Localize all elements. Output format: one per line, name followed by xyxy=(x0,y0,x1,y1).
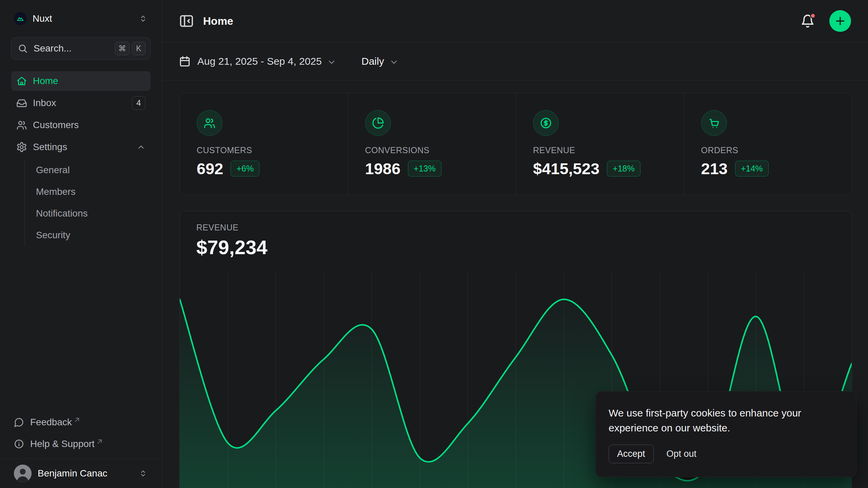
page-title: Home xyxy=(203,15,800,27)
sidebar-subitem-notifications[interactable]: Notifications xyxy=(25,203,151,224)
granularity-value: Daily xyxy=(361,56,384,67)
optout-cookies-button[interactable]: Opt out xyxy=(667,449,697,459)
sidebar-item-label: Home xyxy=(33,76,145,86)
sidebar: Nuxt ⌘ K Home Inbox 4 Customers xyxy=(0,0,162,488)
info-circle-icon xyxy=(14,439,24,449)
search-input[interactable] xyxy=(34,43,113,54)
sidebar-subitem-security[interactable]: Security xyxy=(25,224,151,246)
search-input-wrap[interactable]: ⌘ K xyxy=(11,37,151,60)
settings-sub-list: General Members Notifications Security xyxy=(24,159,151,246)
stat-value: 692 xyxy=(197,159,223,178)
external-link-arrow-icon xyxy=(97,439,103,445)
users-icon xyxy=(16,120,27,130)
feedback-link[interactable]: Feedback xyxy=(11,412,151,432)
feedback-label: Feedback xyxy=(30,417,72,428)
stat-delta-badge: +14% xyxy=(735,161,769,177)
stats-panel: CUSTOMERS 692 +6% CONVERSIONS 1986 +13% xyxy=(179,93,852,195)
stat-value: 213 xyxy=(701,159,728,178)
avatar xyxy=(14,465,32,482)
stat-card-customers[interactable]: CUSTOMERS 692 +6% xyxy=(180,93,348,195)
cart-icon xyxy=(701,110,727,136)
cookie-message: We use first-party cookies to enhance yo… xyxy=(609,406,841,435)
help-support-link[interactable]: Help & Support xyxy=(11,434,151,454)
stat-delta-badge: +6% xyxy=(231,161,259,177)
page-header: Home xyxy=(162,0,868,42)
sidebar-item-label: Settings xyxy=(33,142,137,152)
brand-name: Nuxt xyxy=(33,13,138,24)
user-name: Benjamin Canac xyxy=(38,468,138,479)
stat-value: 1986 xyxy=(365,159,401,178)
cookie-banner: We use first-party cookies to enhance yo… xyxy=(595,391,856,477)
date-range-picker[interactable]: Aug 21, 2025 - Sep 4, 2025 xyxy=(179,55,336,67)
stat-label: CONVERSIONS xyxy=(365,145,516,155)
filters-toolbar: Aug 21, 2025 - Sep 4, 2025 Daily xyxy=(162,42,868,81)
cmd-key-badge: ⌘ xyxy=(115,42,130,55)
external-link-arrow-icon xyxy=(74,417,80,423)
chevron-down-icon xyxy=(327,57,336,67)
accept-cookies-button[interactable]: Accept xyxy=(609,445,654,463)
stat-label: ORDERS xyxy=(701,145,852,155)
stat-delta-badge: +13% xyxy=(408,161,441,177)
revenue-chart-value: $79,234 xyxy=(196,236,835,259)
sidebar-subitem-general[interactable]: General xyxy=(25,159,151,181)
search-icon xyxy=(18,43,28,54)
stat-card-orders[interactable]: ORDERS 213 +14% xyxy=(684,93,852,195)
stat-card-revenue[interactable]: REVENUE $415,523 +18% xyxy=(516,93,684,195)
inbox-icon xyxy=(16,98,27,108)
chevron-down-icon xyxy=(389,57,399,67)
sidebar-footer: Feedback Help & Support Benjamin Canac xyxy=(11,412,151,488)
notification-dot xyxy=(810,13,816,19)
sidebar-item-label: Customers xyxy=(33,120,145,130)
chevrons-up-down-icon xyxy=(138,469,148,478)
k-key-badge: K xyxy=(132,42,145,55)
workspace-switcher[interactable]: Nuxt xyxy=(11,7,151,30)
sidebar-item-label: Inbox xyxy=(33,98,132,108)
gear-icon xyxy=(16,142,27,152)
chat-bubble-icon xyxy=(14,417,24,427)
sidebar-nav: Home Inbox 4 Customers Settings Gen xyxy=(11,71,151,246)
help-support-label: Help & Support xyxy=(30,439,95,449)
stat-delta-badge: +18% xyxy=(607,161,640,177)
sidebar-subitem-members[interactable]: Members xyxy=(25,181,151,203)
sidebar-item-customers[interactable]: Customers xyxy=(11,115,151,135)
add-button[interactable] xyxy=(829,10,851,32)
inbox-count-badge: 4 xyxy=(132,96,145,110)
circle-dollar-icon xyxy=(533,110,559,136)
main-area: Home Aug 21, 2025 - Sep 4, 2025 Daily xyxy=(162,0,868,488)
stat-label: CUSTOMERS xyxy=(197,145,348,155)
plus-icon xyxy=(834,15,846,27)
date-range-value: Aug 21, 2025 - Sep 4, 2025 xyxy=(197,56,322,67)
nuxt-logo-icon xyxy=(14,12,27,25)
sidebar-item-home[interactable]: Home xyxy=(11,71,151,91)
sidebar-item-inbox[interactable]: Inbox 4 xyxy=(11,93,151,113)
stat-card-conversions[interactable]: CONVERSIONS 1986 +13% xyxy=(348,93,516,195)
pie-chart-icon xyxy=(365,110,391,136)
calendar-icon xyxy=(179,55,191,67)
user-menu[interactable]: Benjamin Canac xyxy=(11,459,151,488)
chevron-up-icon xyxy=(137,143,145,151)
sidebar-item-settings[interactable]: Settings xyxy=(11,137,151,157)
users-icon xyxy=(197,110,222,136)
home-icon xyxy=(16,76,27,86)
revenue-chart-label: REVENUE xyxy=(196,223,835,232)
stat-label: REVENUE xyxy=(533,145,684,155)
dashboard-content: CUSTOMERS 692 +6% CONVERSIONS 1986 +13% xyxy=(162,81,868,488)
notifications-button[interactable] xyxy=(800,14,815,28)
chevrons-up-down-icon xyxy=(138,14,148,23)
collapse-sidebar-icon[interactable] xyxy=(179,13,194,29)
stat-value: $415,523 xyxy=(533,159,599,178)
granularity-select[interactable]: Daily xyxy=(361,56,399,67)
